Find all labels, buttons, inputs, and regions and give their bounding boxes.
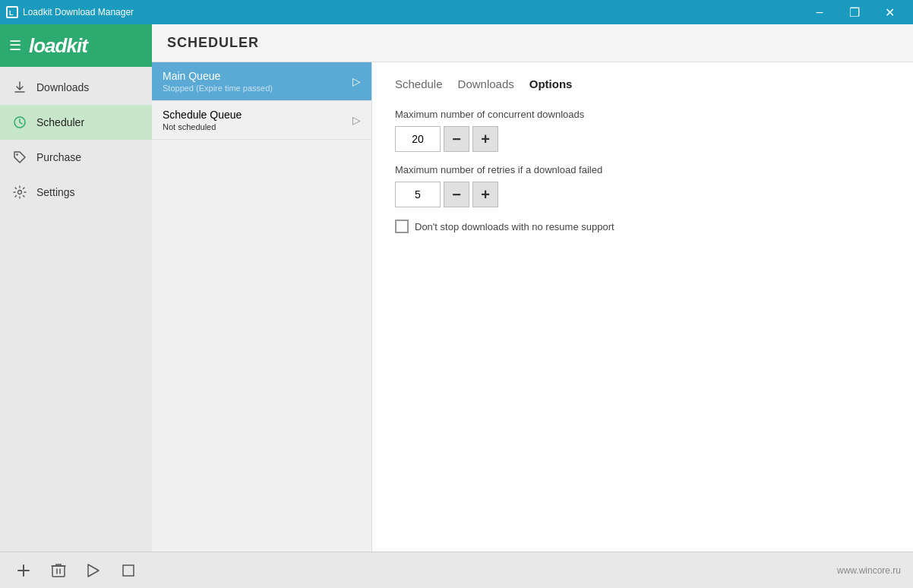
content-body: Main Queue Stopped (Expire time passed) … <box>152 62 913 552</box>
retries-decrement-button[interactable]: − <box>444 182 469 207</box>
play-button[interactable] <box>82 559 105 582</box>
app-body: ☰ loadkit Downloads <box>0 24 913 552</box>
close-button[interactable]: ✕ <box>872 0 907 24</box>
add-button[interactable] <box>12 559 35 582</box>
svg-rect-10 <box>123 565 134 576</box>
queue-item-schedule-text: Schedule Queue Not scheduled <box>163 109 352 131</box>
queue-panel: Main Queue Stopped (Expire time passed) … <box>152 62 372 552</box>
concurrent-increment-button[interactable]: + <box>472 126 498 152</box>
app-icon: L <box>6 6 18 18</box>
logo: loadkit <box>29 34 87 58</box>
sidebar-item-purchase[interactable]: Purchase <box>0 140 152 175</box>
sidebar-item-settings[interactable]: Settings <box>0 175 152 210</box>
sidebar-item-scheduler[interactable]: Scheduler <box>0 105 152 140</box>
download-icon <box>12 80 27 95</box>
sidebar-item-downloads[interactable]: Downloads <box>0 70 152 105</box>
sidebar-nav: Downloads Scheduler <box>0 67 152 552</box>
queue-item-main[interactable]: Main Queue Stopped (Expire time passed) … <box>152 62 371 101</box>
toolbar-left <box>12 559 140 582</box>
watermark: www.wincore.ru <box>837 565 901 576</box>
maximize-button[interactable]: ❐ <box>837 0 872 24</box>
tab-options[interactable]: Options <box>529 77 573 93</box>
svg-text:L: L <box>9 9 14 17</box>
tab-bar: Schedule Downloads Options <box>395 77 890 93</box>
sidebar-item-settings-label: Settings <box>36 186 75 198</box>
sidebar-item-purchase-label: Purchase <box>36 151 81 163</box>
queue-item-schedule[interactable]: Schedule Queue Not scheduled ▷ <box>152 101 371 140</box>
content: SCHEDULER Main Queue Stopped (Expire tim… <box>152 24 913 552</box>
concurrent-label: Maximum number of concurrent downloads <box>395 109 890 120</box>
titlebar-left: L Loadkit Download Manager <box>6 6 134 18</box>
queue-item-schedule-name: Schedule Queue <box>163 109 352 121</box>
titlebar: L Loadkit Download Manager – ❐ ✕ <box>0 0 913 24</box>
titlebar-title: Loadkit Download Manager <box>23 7 134 17</box>
no-resume-row: Don't stop downloads with no resume supp… <box>395 220 890 233</box>
retries-label: Maximum number of retries if a download … <box>395 164 890 175</box>
minimize-button[interactable]: – <box>802 0 837 24</box>
retries-increment-button[interactable]: + <box>472 182 498 207</box>
queue-item-main-name: Main Queue <box>163 70 352 82</box>
svg-rect-7 <box>52 566 65 577</box>
retries-stepper: − + <box>395 182 890 207</box>
tab-schedule[interactable]: Schedule <box>395 77 443 93</box>
no-resume-checkbox[interactable] <box>395 220 409 233</box>
queue-item-main-arrow: ▷ <box>352 75 361 87</box>
hamburger-icon[interactable]: ☰ <box>9 37 21 54</box>
bottom-toolbar: www.wincore.ru <box>0 552 913 588</box>
gear-icon <box>12 185 27 200</box>
clock-icon <box>12 115 27 130</box>
queue-item-main-status: Stopped (Expire time passed) <box>163 84 352 93</box>
tab-downloads[interactable]: Downloads <box>458 77 514 93</box>
sidebar-item-scheduler-label: Scheduler <box>36 116 84 128</box>
svg-point-3 <box>16 153 17 155</box>
no-resume-label: Don't stop downloads with no resume supp… <box>415 221 614 232</box>
queue-item-schedule-status: Not scheduled <box>163 122 352 131</box>
delete-button[interactable] <box>47 559 70 582</box>
tag-icon <box>12 150 27 165</box>
concurrent-decrement-button[interactable]: − <box>444 126 469 152</box>
sidebar-item-downloads-label: Downloads <box>36 81 89 93</box>
retries-input[interactable] <box>395 182 441 207</box>
options-panel: Schedule Downloads Options Maximum numbe… <box>372 62 913 552</box>
concurrent-input[interactable] <box>395 126 441 152</box>
queue-item-main-text: Main Queue Stopped (Expire time passed) <box>163 70 352 93</box>
stop-button[interactable] <box>117 559 140 582</box>
page-title: SCHEDULER <box>167 35 898 51</box>
titlebar-controls: – ❐ ✕ <box>802 0 907 24</box>
queue-item-schedule-arrow: ▷ <box>352 114 361 126</box>
sidebar: ☰ loadkit Downloads <box>0 24 152 552</box>
svg-point-4 <box>18 191 22 194</box>
sidebar-header: ☰ loadkit <box>0 24 152 67</box>
concurrent-stepper: − + <box>395 126 890 152</box>
content-header: SCHEDULER <box>152 24 913 62</box>
